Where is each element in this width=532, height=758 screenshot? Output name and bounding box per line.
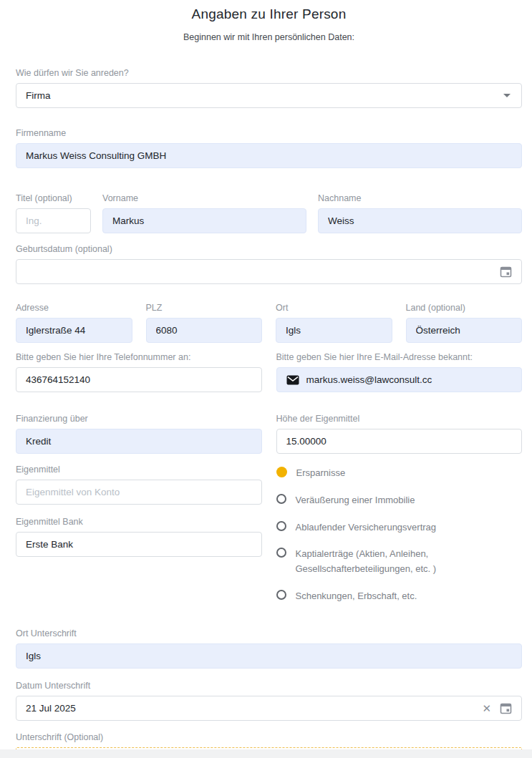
signature-date-input[interactable]: 21 Jul 2025 ✕ bbox=[16, 696, 522, 721]
last-name-label: Nachname bbox=[318, 193, 522, 203]
plz-group: PLZ bbox=[146, 303, 263, 343]
financing-via-group: Finanzierung über bbox=[16, 414, 262, 454]
company-name-input[interactable] bbox=[16, 143, 522, 168]
city-input[interactable] bbox=[276, 318, 392, 343]
name-row: Titel (optional) Vorname Nachname bbox=[16, 193, 522, 233]
equity-amount-input[interactable] bbox=[276, 429, 523, 454]
equity-source-radio-group: Ersparnisse Veräußerung einer Immobilie … bbox=[276, 465, 523, 616]
radio-unselected-icon bbox=[276, 548, 286, 558]
birthdate-label: Geburtsdatum (optional) bbox=[16, 244, 522, 254]
salutation-group: Wie dürfen wir Sie anreden? Firma bbox=[16, 68, 522, 108]
phone-group: Bitte geben Sie hier Ihre Telefonnummer … bbox=[16, 352, 262, 392]
bottom-bar bbox=[0, 749, 532, 758]
signature-place-group: Ort Unterschrift bbox=[16, 628, 522, 669]
plz-input[interactable] bbox=[146, 318, 263, 343]
last-name-input[interactable] bbox=[318, 208, 522, 233]
radio-option-ablaufender-versicherungsvertrag[interactable]: Ablaufender Versicherungsvertrag bbox=[276, 520, 523, 535]
signature-place-label: Ort Unterschrift bbox=[16, 628, 522, 638]
personal-data-form: Angaben zu Ihrer Person Beginnen wir mit… bbox=[0, 0, 532, 758]
first-name-group: Vorname bbox=[102, 193, 306, 233]
address-row: Adresse PLZ Ort Land (optional) bbox=[16, 303, 522, 343]
company-name-group: Firmenname bbox=[16, 128, 522, 168]
calendar-icon[interactable] bbox=[500, 702, 512, 714]
radio-option-schenkungen-erbschaft[interactable]: Schenkungen, Erbschaft, etc. bbox=[276, 589, 523, 604]
radio-option-veraeusserung-immobilie[interactable]: Veräußerung einer Immobilie bbox=[276, 493, 523, 508]
equity-row: Eigenmittel Eigenmittel Bank Ersparnisse… bbox=[16, 465, 522, 616]
company-name-label: Firmenname bbox=[16, 128, 522, 138]
email-input[interactable]: markus.weiss@lawconsult.cc bbox=[276, 367, 523, 392]
city-group: Ort bbox=[276, 303, 392, 343]
radio-option-label: Kaptialerträge (Aktien, Anleihen, Gesell… bbox=[296, 547, 511, 577]
salutation-label: Wie dürfen wir Sie anreden? bbox=[16, 68, 522, 78]
radio-option-kapitalertraege[interactable]: Kaptialerträge (Aktien, Anleihen, Gesell… bbox=[276, 547, 523, 577]
page-title: Angaben zu Ihrer Person bbox=[16, 6, 522, 22]
equity-label: Eigenmittel bbox=[16, 465, 262, 475]
radio-option-label: Ablaufender Versicherungsvertrag bbox=[296, 520, 437, 535]
phone-input[interactable] bbox=[16, 367, 262, 392]
city-label: Ort bbox=[276, 303, 392, 313]
financing-row: Finanzierung über Höhe der Eigenmittel bbox=[16, 414, 522, 454]
signature-date-group: Datum Unterschrift 21 Jul 2025 ✕ bbox=[16, 681, 522, 721]
email-group: Bitte geben Sie hier Ihre E-Mail-Adresse… bbox=[276, 352, 523, 392]
title-label: Titel (optional) bbox=[16, 193, 91, 203]
equity-bank-group: Eigenmittel Bank bbox=[16, 517, 262, 557]
signature-date-label: Datum Unterschrift bbox=[16, 681, 522, 691]
page-subtitle: Beginnen wir mit Ihren persönlichen Date… bbox=[16, 32, 522, 42]
equity-input[interactable] bbox=[16, 480, 262, 505]
salutation-select[interactable]: Firma bbox=[16, 83, 522, 108]
email-label: Bitte geben Sie hier Ihre E-Mail-Adresse… bbox=[276, 352, 523, 362]
mail-icon bbox=[286, 375, 299, 385]
country-input[interactable] bbox=[406, 318, 523, 343]
email-value: markus.weiss@lawconsult.cc bbox=[306, 374, 432, 385]
radio-option-label: Schenkungen, Erbschaft, etc. bbox=[296, 589, 417, 604]
equity-bank-label: Eigenmittel Bank bbox=[16, 517, 262, 527]
radio-option-ersparnisse[interactable]: Ersparnisse bbox=[276, 466, 523, 481]
salutation-value: Firma bbox=[26, 90, 51, 101]
first-name-input[interactable] bbox=[102, 208, 306, 233]
last-name-group: Nachname bbox=[318, 193, 522, 233]
calendar-icon[interactable] bbox=[500, 266, 512, 278]
address-input[interactable] bbox=[16, 318, 132, 343]
signature-date-value: 21 Jul 2025 bbox=[26, 703, 76, 714]
radio-unselected-icon bbox=[276, 590, 286, 600]
equity-left-column: Eigenmittel Eigenmittel Bank bbox=[16, 465, 262, 616]
address-label: Adresse bbox=[16, 303, 132, 313]
radio-option-label: Ersparnisse bbox=[296, 466, 346, 481]
radio-option-label: Veräußerung einer Immobilie bbox=[296, 493, 415, 508]
contact-row: Bitte geben Sie hier Ihre Telefonnummer … bbox=[16, 352, 522, 392]
equity-amount-label: Höhe der Eigenmittel bbox=[276, 414, 523, 424]
radio-selected-icon bbox=[276, 467, 287, 477]
country-label: Land (optional) bbox=[406, 303, 523, 313]
caret-down-icon bbox=[503, 94, 511, 97]
title-group: Titel (optional) bbox=[16, 193, 91, 233]
equity-group: Eigenmittel bbox=[16, 465, 262, 505]
birthdate-group: Geburtsdatum (optional) bbox=[16, 244, 522, 284]
address-group: Adresse bbox=[16, 303, 132, 343]
birthdate-input[interactable] bbox=[16, 259, 522, 284]
plz-label: PLZ bbox=[146, 303, 263, 313]
clear-date-icon[interactable]: ✕ bbox=[482, 703, 491, 714]
financing-via-input[interactable] bbox=[16, 429, 262, 454]
title-input[interactable] bbox=[16, 208, 91, 233]
country-group: Land (optional) bbox=[406, 303, 523, 343]
equity-amount-group: Höhe der Eigenmittel bbox=[276, 414, 523, 454]
radio-unselected-icon bbox=[276, 494, 286, 504]
first-name-label: Vorname bbox=[102, 193, 306, 203]
financing-via-label: Finanzierung über bbox=[16, 414, 262, 424]
radio-unselected-icon bbox=[276, 521, 286, 531]
equity-bank-input[interactable] bbox=[16, 532, 262, 557]
signature-place-input[interactable] bbox=[16, 643, 522, 669]
signature-label: Unterschrift (Optional) bbox=[16, 732, 522, 742]
phone-label: Bitte geben Sie hier Ihre Telefonnummer … bbox=[16, 352, 262, 362]
